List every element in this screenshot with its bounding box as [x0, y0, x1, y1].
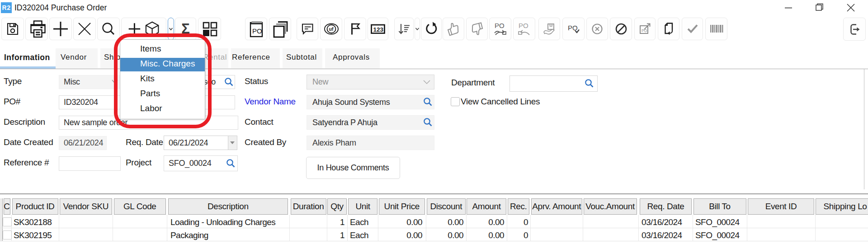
svg-text:PO: PO — [495, 22, 505, 29]
svg-text:PQ: PQ — [568, 24, 578, 32]
svg-text:PO: PO — [252, 27, 262, 35]
svg-text:PO: PO — [519, 22, 528, 29]
svg-text:123: 123 — [373, 26, 384, 33]
svg-text:uf: uf — [329, 26, 333, 32]
